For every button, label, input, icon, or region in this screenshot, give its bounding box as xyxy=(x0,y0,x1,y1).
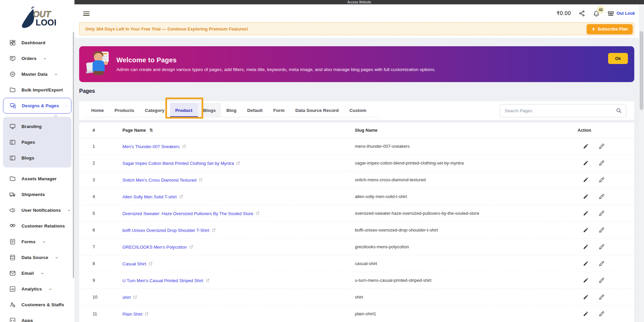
header-page-name: Page Name ⇅ xyxy=(122,128,355,133)
external-link-icon xyxy=(199,178,203,182)
menu-toggle-icon[interactable] xyxy=(83,11,90,16)
design-edit-icon[interactable] xyxy=(599,160,604,166)
chevron-down-icon xyxy=(48,287,52,291)
edit-icon[interactable] xyxy=(583,311,589,317)
design-edit-icon[interactable] xyxy=(599,277,604,283)
design-edit-icon[interactable] xyxy=(599,227,604,233)
sidebar-item-forms[interactable]: Forms xyxy=(0,234,74,250)
sidebar-item-orders[interactable]: Orders xyxy=(0,51,74,66)
sort-icon[interactable]: ⇅ xyxy=(149,128,153,133)
sidebar-item-email[interactable]: Email xyxy=(0,265,74,281)
external-link-icon xyxy=(212,228,216,232)
tab-product[interactable]: Product xyxy=(170,103,198,117)
row-index: 6 xyxy=(93,228,122,233)
edit-icon[interactable] xyxy=(583,261,589,266)
row-index: 9 xyxy=(93,278,122,283)
edit-icon[interactable] xyxy=(583,177,589,183)
main-scrollbar-thumb[interactable] xyxy=(640,31,643,110)
chevron-down-icon xyxy=(54,72,58,76)
row-index: 4 xyxy=(93,194,122,199)
page-name-link[interactable]: Oversized Sweater: Haze Oversized Pullov… xyxy=(122,211,260,216)
subscribe-plan-button[interactable]: Subscribe Plan xyxy=(587,24,633,34)
search-input[interactable] xyxy=(500,104,626,117)
table-header-row: # Page Name ⇅ Slug Name Action xyxy=(79,123,634,138)
sidebar-item-analytics[interactable]: Analytics xyxy=(0,281,74,297)
brand-logo[interactable]: OUT LOOK xyxy=(0,0,74,35)
sidebar-item-assets-manager[interactable]: Assets Manager xyxy=(0,171,74,187)
share-icon[interactable] xyxy=(579,10,585,17)
edit-icon[interactable] xyxy=(583,294,589,300)
tab-blogs[interactable]: Blogs xyxy=(198,103,221,117)
slug-name: casual-shirt xyxy=(355,261,578,266)
page-name-link[interactable]: boffi Unisex Oversized Drop Shoulder T-S… xyxy=(122,228,216,233)
sidebar-subitem-pages[interactable]: Pages xyxy=(3,134,71,150)
edit-icon[interactable] xyxy=(583,227,589,233)
slug-name: greciilooks-mens-polycotton xyxy=(355,244,578,249)
sidebar-subitem-branding[interactable]: Branding xyxy=(3,119,71,134)
page-name-link[interactable]: Plain Shirt xyxy=(122,312,149,317)
tab-default[interactable]: Default xyxy=(242,103,268,117)
design-edit-icon[interactable] xyxy=(599,294,604,300)
external-link-icon xyxy=(149,262,153,266)
dashboard-icon xyxy=(9,40,16,46)
brand-logo-graphic: OUT LOOK xyxy=(18,5,56,33)
design-edit-icon[interactable] xyxy=(599,210,604,216)
sidebar-scrollbar[interactable] xyxy=(73,32,74,278)
row-index: 8 xyxy=(93,261,122,266)
page-name-link[interactable]: Allen Solly Men Solid T-shirt xyxy=(122,194,183,199)
truck-icon xyxy=(9,191,16,198)
notifications-bell-icon[interactable]: 42 xyxy=(593,10,600,17)
page-name-link[interactable]: shirt xyxy=(122,295,137,300)
table-row: 9 U Turn Men's Casual Printed Striped Sh… xyxy=(79,272,634,289)
tab-category[interactable]: Category xyxy=(140,103,170,117)
search-icon[interactable] xyxy=(616,108,622,114)
main-area: ₹0.00 42 xyxy=(74,4,639,322)
sidebar-item-master-data[interactable]: Master Data xyxy=(0,66,74,82)
design-edit-icon[interactable] xyxy=(599,261,604,266)
welcome-title: Welcome to Pages xyxy=(116,56,436,64)
design-edit-icon[interactable] xyxy=(599,177,604,183)
access-website-link[interactable]: Access Website xyxy=(347,0,371,4)
main-scrollbar[interactable] xyxy=(639,4,644,322)
design-edit-icon[interactable] xyxy=(599,244,604,250)
edit-icon[interactable] xyxy=(583,244,589,250)
slug-name: shirt xyxy=(355,295,578,300)
page-name-link[interactable]: Snitch Men's Cross Diamond Textured xyxy=(122,178,203,183)
header-action: Action xyxy=(578,128,634,133)
sidebar-item-customers-staffs[interactable]: Customers & Staffs xyxy=(0,297,74,313)
edit-icon[interactable] xyxy=(583,210,589,216)
sidebar-subitem-blogs[interactable]: Blogs xyxy=(3,150,71,166)
tab-data-source-record[interactable]: Data Source Record xyxy=(290,103,344,117)
orders-icon xyxy=(9,55,16,62)
sidebar-item-designs-pages[interactable]: Designs & Pages xyxy=(3,98,71,114)
page-name-link[interactable]: Men's Thunder-007 Sneakers xyxy=(122,144,186,149)
sidebar-item-bulk-import-export[interactable]: Bulk Import/Export xyxy=(0,82,74,98)
sidebar-item-customer-relations[interactable]: Customer Relations xyxy=(0,218,74,234)
access-website-bar[interactable]: Access Website xyxy=(74,0,644,4)
ok-button[interactable]: Ok xyxy=(608,53,628,64)
tab-home[interactable]: Home xyxy=(86,103,109,117)
edit-icon[interactable] xyxy=(583,160,589,166)
external-link-icon xyxy=(133,295,137,299)
page-name-link[interactable]: Sagar Impex Cotton Blend Printed Clothin… xyxy=(122,161,240,166)
page-name-link[interactable]: Casual Shirt xyxy=(122,261,153,266)
tab-custom[interactable]: Custom xyxy=(344,103,372,117)
edit-icon[interactable] xyxy=(583,143,589,149)
design-edit-icon[interactable] xyxy=(599,143,604,149)
wallet-balance[interactable]: ₹0.00 xyxy=(556,10,571,16)
edit-icon[interactable] xyxy=(583,277,589,283)
sidebar-item-shipments[interactable]: Shipments xyxy=(0,187,74,202)
tab-form[interactable]: Form xyxy=(268,103,290,117)
sidebar-item-data-source[interactable]: Data Source xyxy=(0,250,74,265)
design-edit-icon[interactable] xyxy=(599,311,604,317)
page-name-link[interactable]: GRECIILOOKS Men's Polycotton xyxy=(122,245,193,250)
sidebar-item-user-notifications[interactable]: User Notifications xyxy=(0,202,74,218)
page-name-link[interactable]: U Turn Men's Casual Printed Striped Shir… xyxy=(122,278,210,283)
design-edit-icon[interactable] xyxy=(599,194,604,199)
tab-blog[interactable]: Blog xyxy=(221,103,242,117)
sidebar-item-dashboard[interactable]: Dashboard xyxy=(0,35,74,51)
edit-icon[interactable] xyxy=(583,194,589,199)
tab-products[interactable]: Products xyxy=(109,103,140,117)
store-button[interactable]: Out Look xyxy=(607,10,635,17)
sidebar-item-apps[interactable]: Apps xyxy=(0,313,74,322)
